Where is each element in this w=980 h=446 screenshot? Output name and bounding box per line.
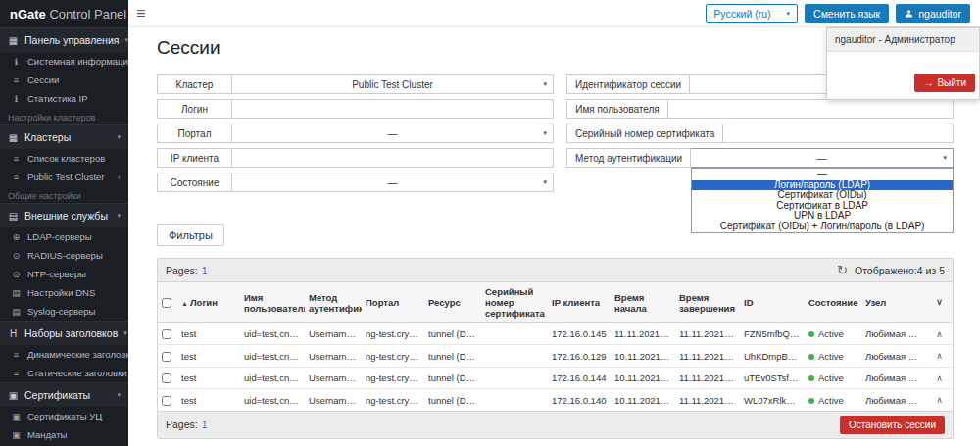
row-collapse-chevron-icon[interactable]: ∧ xyxy=(926,345,953,367)
sidebar-item-label: Системная информация xyxy=(27,56,133,67)
cell-cert-serial xyxy=(481,367,548,388)
list-icon: ≡ xyxy=(11,173,22,182)
state-label: Состояние xyxy=(157,173,232,192)
column-start-time[interactable]: Время начала xyxy=(611,282,675,323)
sidebar-item-ca-certificates[interactable]: ▣ Сертификаты УЦ xyxy=(0,407,128,425)
sidebar-item-ldap-servers[interactable]: ⊕ LDAP-серверы xyxy=(0,227,128,246)
expand-all-chevron-icon[interactable]: ∨ xyxy=(926,282,953,323)
sidebar-item-mandates[interactable]: ▣ Мандаты xyxy=(0,425,128,444)
sidebar-item-system-info[interactable]: ℹ Системная информация xyxy=(0,52,128,71)
auth-option-login-password-ldap[interactable]: Логин/пароль (LDAP) xyxy=(692,180,953,191)
sidebar-item-syslog-servers[interactable]: ▤ Syslog-серверы xyxy=(0,302,128,321)
username-input[interactable] xyxy=(668,99,954,119)
info-icon: ℹ xyxy=(11,57,22,67)
sidebar-group-label: Внешние службы xyxy=(24,210,108,222)
cell-cert-serial xyxy=(481,389,548,411)
row-collapse-chevron-icon[interactable]: ∧ xyxy=(926,323,953,345)
cert-serial-input[interactable] xyxy=(723,124,954,143)
sidebar-item-sessions[interactable]: ≡ Сессии xyxy=(0,71,128,89)
column-id[interactable]: ID xyxy=(740,282,805,323)
sidebar-group-external-services[interactable]: ▤ Внешние службы ▾ xyxy=(0,203,128,227)
column-end-time[interactable]: Время завершения xyxy=(675,282,740,323)
auth-option-certificate-oids[interactable]: Сертификат (OIDы) xyxy=(692,190,953,201)
column-client-ip[interactable]: IP клиента xyxy=(548,282,611,323)
column-username[interactable]: Имя пользователя xyxy=(240,282,305,323)
auth-method-dropdown: — Логин/пароль (LDAP) Сертификат (OIDы) … xyxy=(691,168,954,233)
cell-username: uid=test,cn=u... xyxy=(240,323,305,345)
logout-label: Выйти xyxy=(937,77,966,88)
auth-option-none[interactable]: — xyxy=(692,170,953,180)
row-collapse-chevron-icon[interactable]: ∧ xyxy=(926,389,953,411)
column-portal[interactable]: Портал xyxy=(362,282,424,323)
state-select[interactable]: — ▾ xyxy=(232,173,554,192)
cluster-select[interactable]: Public Test Cluster ▾ xyxy=(232,74,554,94)
sidebar-item-cluster-list[interactable]: ≡ Список кластеров xyxy=(0,149,128,168)
page-number-link[interactable]: 1 xyxy=(202,419,208,430)
client-ip-input[interactable] xyxy=(232,148,554,168)
sidebar-group-certificates[interactable]: ▣ Сертификаты ▾ xyxy=(0,382,128,407)
row-checkbox[interactable] xyxy=(162,352,172,362)
column-node[interactable]: Узел xyxy=(861,282,926,323)
user-menu-body: → Выйти xyxy=(827,52,979,99)
refresh-icon[interactable]: ↻ xyxy=(837,264,848,276)
sidebar-item-dns-settings[interactable]: ▤ Настройки DNS xyxy=(0,283,128,302)
language-value: Русский (ru) xyxy=(713,8,770,20)
chevron-down-icon: ▾ xyxy=(117,391,121,399)
auth-option-certificate-plus-login[interactable]: Сертификат (OIDы) + Логин/пароль (в LDAP… xyxy=(692,222,953,232)
cell-end-time: 11.11.2021, 0... xyxy=(675,389,740,411)
auth-option-upn-in-ldap[interactable]: UPN в LDAP xyxy=(692,211,953,222)
language-select[interactable]: Русский (ru) ▾ xyxy=(706,4,798,23)
sidebar-item-dynamic-headers[interactable]: ≡ Динамические заголовки xyxy=(0,345,128,364)
auth-method-select[interactable]: — ▾ xyxy=(691,148,954,168)
filters-button[interactable]: Фильтры xyxy=(157,224,224,246)
sidebar-item-ntp-servers[interactable]: ⊙ NTP-серверы xyxy=(0,265,128,283)
chevron-left-icon: ‹ xyxy=(118,173,121,182)
sidebar-group-dashboard[interactable]: ▦ Панель управления ▾ xyxy=(0,27,128,52)
portal-select[interactable]: — ▾ xyxy=(232,124,554,143)
username-label: ngauditor xyxy=(918,8,961,20)
sidebar-item-static-headers[interactable]: ≡ Статические заголовки xyxy=(0,364,128,382)
column-resource[interactable]: Ресурс xyxy=(424,282,481,323)
logout-button[interactable]: → Выйти xyxy=(914,74,975,92)
sidebar-item-ip-stats[interactable]: ℹ Статистика IP xyxy=(0,89,128,108)
ldap-icon: ⊕ xyxy=(11,232,22,242)
sidebar: nGate Control Panel ▦ Панель управления … xyxy=(0,0,128,446)
chevron-down-icon: ▾ xyxy=(543,80,547,88)
row-checkbox[interactable] xyxy=(162,373,172,383)
cell-client-ip: 172.16.0.129 xyxy=(548,345,611,367)
cell-start-time: 10.11.2021, 1... xyxy=(611,389,675,411)
dns-icon: ▤ xyxy=(11,288,22,298)
login-input[interactable] xyxy=(232,99,554,119)
cell-start-time: 10.11.2021, 2... xyxy=(611,367,675,388)
select-all-checkbox[interactable] xyxy=(162,298,172,308)
menu-toggle-icon[interactable]: ≡ xyxy=(136,6,145,22)
stop-sessions-button[interactable]: Остановить сессии xyxy=(840,416,945,434)
user-menu-button[interactable]: ngauditor xyxy=(896,4,970,23)
row-checkbox[interactable] xyxy=(162,329,172,339)
sidebar-item-public-test-cluster[interactable]: ≡ Public Test Cluster ‹ xyxy=(0,168,128,186)
sidebar-group-clusters[interactable]: ▦ Кластеры ▾ xyxy=(0,124,128,149)
column-login[interactable]: ▲Логин xyxy=(177,282,240,323)
session-id-label: Идентификатор сессии xyxy=(566,74,690,94)
certificate-icon: ▣ xyxy=(8,390,19,401)
page-number-link[interactable]: 1 xyxy=(202,265,208,276)
cell-start-time: 11.11.2021, 0... xyxy=(611,323,675,345)
row-checkbox[interactable] xyxy=(162,396,172,406)
sidebar-group-header-sets[interactable]: H Наборы заголовков ▾ xyxy=(0,321,128,345)
auth-option-certificate-in-ldap[interactable]: Сертификат в LDAP xyxy=(692,201,953,212)
sidebar-item-label: Сессии xyxy=(27,74,59,85)
column-cert-serial[interactable]: Серийный номер сертификата xyxy=(481,282,548,323)
change-language-button[interactable]: Сменить язык xyxy=(805,4,889,23)
cell-cert-serial xyxy=(481,323,548,345)
cell-resource: tunnel (Dyna... xyxy=(424,345,481,367)
topbar: ≡ Русский (ru) ▾ Сменить язык ngauditor xyxy=(128,0,980,27)
table-footer: Pages: 1 Остановить сессии xyxy=(158,411,953,438)
app-brand: nGate Control Panel xyxy=(0,0,128,27)
row-collapse-chevron-icon[interactable]: ∧ xyxy=(926,367,953,388)
cluster-value: Public Test Cluster xyxy=(352,79,433,90)
cell-node: Любимая нода xyxy=(861,367,926,388)
user-menu-panel: ngauditor - Администратор → Выйти xyxy=(826,27,980,100)
column-auth-method[interactable]: Метод аутентификации xyxy=(305,282,362,323)
column-state[interactable]: Состояние xyxy=(805,282,861,323)
sidebar-item-radius-servers[interactable]: ⊙ RADIUS-серверы xyxy=(0,246,128,265)
